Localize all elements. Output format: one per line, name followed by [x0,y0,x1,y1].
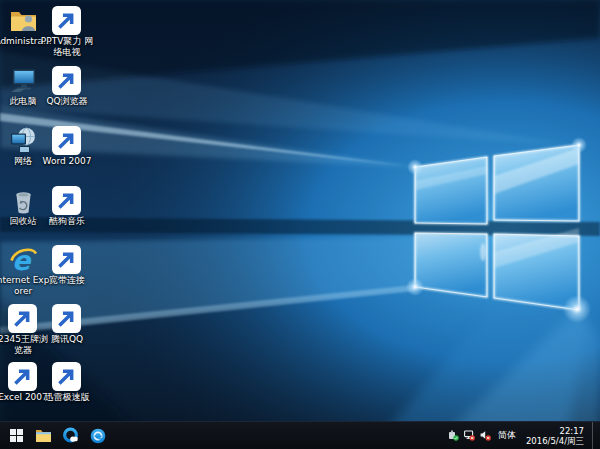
recycle-bin-icon [9,186,38,215]
shortcut-arrow-icon [52,126,81,155]
desktop-shortcut-broadband[interactable]: 宽带连接 [44,245,90,286]
qq-browser-icon [62,427,79,444]
shortcut-arrow-icon [52,304,81,333]
icon-label: QQ浏览器 [38,96,96,107]
qq-browser-icon [53,66,82,95]
icon-label: 迅雷极速版 [38,392,96,403]
internet-explorer-icon: e [9,245,38,274]
desktop-shortcut-qq-browser[interactable]: QQ浏览器 [44,66,90,107]
icon-label: 宽带连接 [38,275,96,286]
shortcut-arrow-icon [52,186,81,215]
administrator-folder-icon [9,6,38,35]
desktop-shortcut-word-2007[interactable]: W Word 2007 [44,126,90,167]
desktop-shortcut-xunlei[interactable]: 迅雷极速版 [44,362,90,403]
show-desktop-button[interactable] [592,422,597,449]
tencent-qq-icon [53,304,82,333]
volume-muted-icon[interactable] [480,430,491,441]
clock-date: 2016/5/4/周三 [526,436,584,446]
2345-browser-taskbar-button[interactable] [84,422,111,449]
desktop-shortcut-kugou[interactable]: K 酷狗音乐 [44,186,90,227]
broadband-connection-icon [53,245,82,274]
start-button[interactable] [3,422,30,449]
network-disconnected-icon[interactable] [464,430,475,441]
icon-label: Word 2007 [38,156,96,167]
network-icon [9,126,38,155]
icon-label: PPTV聚力 网络电视 [38,36,96,57]
hardware-ready-icon[interactable] [448,430,459,441]
xunlei-thunder-icon [53,362,82,391]
icon-label: 酷狗音乐 [38,216,96,227]
shortcut-arrow-icon [8,362,37,391]
shortcut-arrow-icon [52,245,81,274]
word-2007-icon: W [53,126,82,155]
qq-browser-taskbar-button[interactable] [57,422,84,449]
file-explorer-button[interactable] [30,422,57,449]
browser-e-icon [90,428,106,444]
shortcut-arrow-icon [52,66,81,95]
shortcut-arrow-icon [8,304,37,333]
pptv-icon [53,6,82,35]
language-indicator[interactable]: 简体 [496,429,518,442]
excel-2007-icon: X [9,362,38,391]
taskbar: 简体 22:17 2016/5/4/周三 [0,421,600,449]
system-tray: 简体 22:17 2016/5/4/周三 [448,422,600,449]
desktop-shortcut-2345-browser[interactable]: 2345王牌浏览器 [0,304,46,355]
desktop: Administra... 此电脑 网络 [0,0,600,449]
desktop-shortcut-pptv[interactable]: PPTV聚力 网络电视 [44,6,90,57]
clock[interactable]: 22:17 2016/5/4/周三 [523,426,587,446]
desktop-shortcut-internet-explorer[interactable]: e Internet Explorer [0,245,46,296]
2345-browser-icon [9,304,38,333]
clock-time: 22:17 [526,426,584,436]
icon-label: 腾讯QQ [38,334,96,345]
shortcut-arrow-icon [52,6,81,35]
this-pc-icon [9,66,38,95]
folder-icon [35,428,52,443]
windows-logo-icon [9,428,24,443]
desktop-shortcut-tencent-qq[interactable]: 腾讯QQ [44,304,90,345]
kugou-music-icon: K [53,186,82,215]
shortcut-arrow-icon [52,362,81,391]
